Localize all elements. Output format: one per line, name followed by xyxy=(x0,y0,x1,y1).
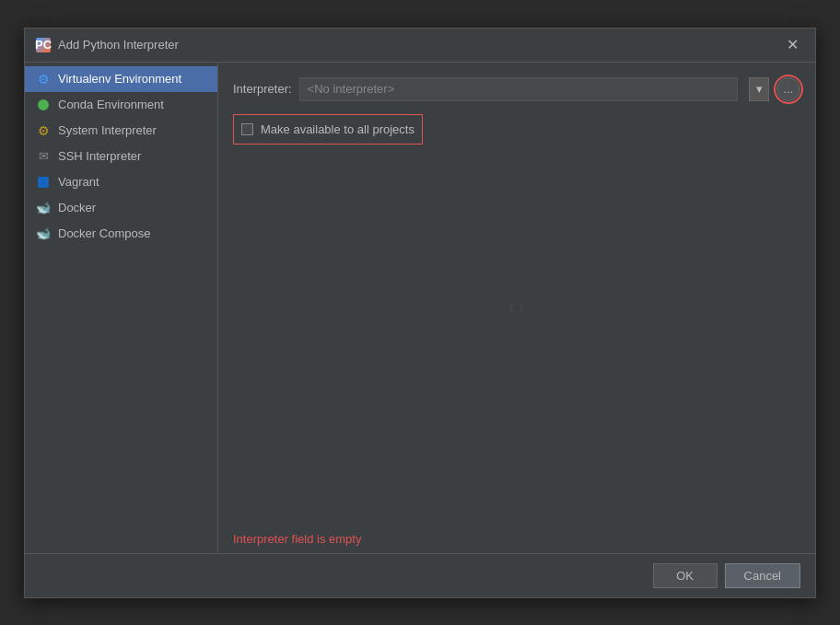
docker-compose-icon xyxy=(36,226,51,241)
docker-icon xyxy=(36,201,51,215)
title-bar-left: PC Add Python Interpreter xyxy=(36,38,179,52)
make-available-label: Make available to all projects xyxy=(261,122,414,136)
sidebar-item-conda[interactable]: Conda Environment xyxy=(25,92,217,118)
sidebar-item-label: SSH Interpreter xyxy=(58,149,141,163)
interpreter-dropdown[interactable]: <No interpreter> xyxy=(299,77,738,101)
title-bar: PC Add Python Interpreter ✕ xyxy=(25,29,815,63)
cancel-button[interactable]: Cancel xyxy=(725,563,800,588)
sidebar-item-label: System Interpreter xyxy=(58,123,157,137)
sidebar-item-ssh[interactable]: SSH Interpreter xyxy=(25,144,217,169)
app-icon: PC xyxy=(36,38,51,52)
dialog-body: Virtualenv Environment Conda Environment… xyxy=(25,63,815,553)
sidebar-item-label: Docker Compose xyxy=(58,226,150,240)
sidebar-item-virtualenv[interactable]: Virtualenv Environment xyxy=(25,66,217,92)
make-available-checkbox[interactable] xyxy=(241,123,253,135)
dropdown-arrow-button[interactable]: ▾ xyxy=(749,77,769,101)
ok-button[interactable]: OK xyxy=(653,563,718,588)
make-available-row: Make available to all projects xyxy=(233,114,423,145)
sidebar-item-label: Docker xyxy=(58,201,96,214)
error-message: Interpreter field is empty xyxy=(233,532,361,546)
add-python-interpreter-dialog: PC Add Python Interpreter ✕ Virtualenv E… xyxy=(24,28,816,598)
ssh-icon xyxy=(36,149,51,164)
interpreter-label: Interpreter: xyxy=(233,82,292,96)
sidebar-item-label: Vagrant xyxy=(58,175,99,189)
resize-handle: ⋮⋮ xyxy=(507,303,527,313)
dialog-footer: OK Cancel xyxy=(25,553,815,597)
interpreter-row: Interpreter: <No interpreter> ▾ ... xyxy=(233,77,800,101)
sidebar-item-label: Conda Environment xyxy=(58,98,164,111)
vagrant-icon xyxy=(36,175,51,190)
sidebar-item-docker-compose[interactable]: Docker Compose xyxy=(25,221,217,247)
sidebar-item-vagrant[interactable]: Vagrant xyxy=(25,169,217,195)
sidebar-item-docker[interactable]: Docker xyxy=(25,195,217,221)
system-icon xyxy=(36,123,51,138)
sidebar-item-label: Virtualenv Environment xyxy=(58,72,181,86)
sidebar-item-system[interactable]: System Interpreter xyxy=(25,118,217,144)
interpreter-value: <No interpreter> xyxy=(308,82,729,96)
sidebar: Virtualenv Environment Conda Environment… xyxy=(25,63,218,553)
dialog-title: Add Python Interpreter xyxy=(58,38,179,52)
conda-icon xyxy=(36,98,51,112)
close-button[interactable]: ✕ xyxy=(781,36,804,54)
browse-button[interactable]: ... xyxy=(776,77,800,101)
virtualenv-icon xyxy=(36,72,51,87)
main-content: Interpreter: <No interpreter> ▾ ... Make… xyxy=(218,63,815,553)
